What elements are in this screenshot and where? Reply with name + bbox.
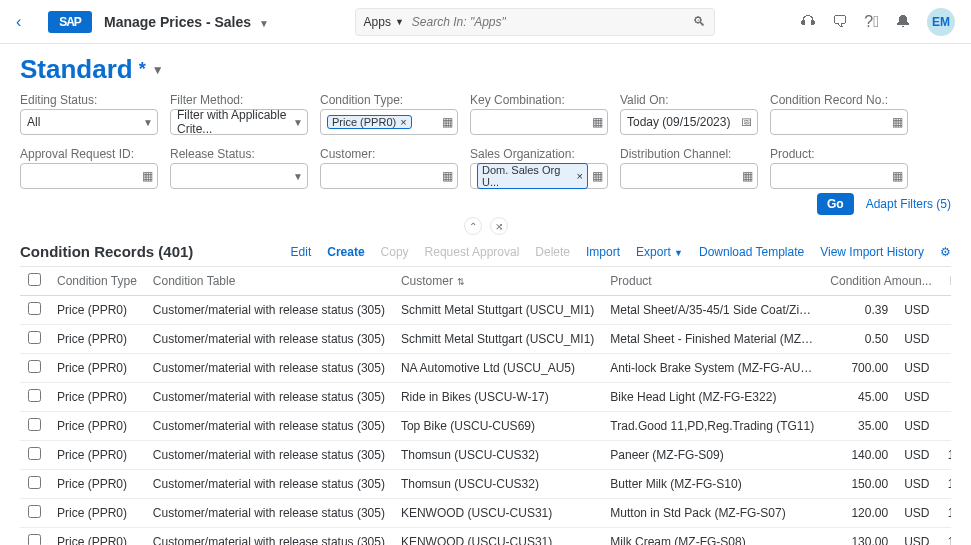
value-help-icon[interactable]: ▦ xyxy=(892,115,903,129)
column-customer-label: Customer xyxy=(401,274,453,288)
cell-pricing-qty: 1.000 xyxy=(940,528,951,546)
pin-header-icon[interactable]: ⤨ xyxy=(490,217,508,235)
shell-search[interactable]: Apps ▼ 🔍︎ xyxy=(355,8,715,36)
token-text: Dom. Sales Org U... xyxy=(482,164,573,188)
table-row[interactable]: Price (PPR0)Customer/material with relea… xyxy=(20,383,951,412)
cell-product: Bike Head Light (MZ-FG-E322) xyxy=(602,383,822,412)
search-input[interactable] xyxy=(412,15,685,29)
column-condition-amount[interactable]: Condition Amoun... xyxy=(822,267,939,296)
cell-currency: USD xyxy=(896,354,940,383)
column-pricing-unit[interactable]: Pricing Unit xyxy=(940,267,951,296)
release-status-select[interactable]: ▼ xyxy=(170,163,308,189)
bell-icon[interactable]: 🔔︎ xyxy=(895,13,911,31)
cell-customer: KENWOOD (USCU-CUS31) xyxy=(393,528,602,546)
value-help-icon[interactable]: ▦ xyxy=(442,169,453,183)
export-label: Export xyxy=(636,245,671,259)
column-product[interactable]: Product xyxy=(602,267,822,296)
table-row[interactable]: Price (PPR0)Customer/material with relea… xyxy=(20,499,951,528)
cell-condition-table: Customer/material with release status (3… xyxy=(145,441,393,470)
cell-currency: USD xyxy=(896,412,940,441)
search-scope-button[interactable]: Apps ▼ xyxy=(364,15,404,29)
filter-bar: Editing Status: All ▼ Filter Method: Fil… xyxy=(0,89,971,189)
cell-pricing-qty: 1.000 xyxy=(940,499,951,528)
table-row[interactable]: Price (PPR0)Customer/material with relea… xyxy=(20,528,951,546)
column-select-all[interactable] xyxy=(20,267,49,296)
close-icon[interactable]: × xyxy=(400,116,406,128)
search-icon[interactable]: 🔍︎ xyxy=(693,14,706,29)
adapt-filters-link[interactable]: Adapt Filters (5) xyxy=(866,197,951,211)
table-row[interactable]: Price (PPR0)Customer/material with relea… xyxy=(20,441,951,470)
chat-icon[interactable]: 🗨︎ xyxy=(832,13,848,31)
row-checkbox[interactable] xyxy=(28,331,41,344)
filter-approval-request-id: Approval Request ID: ▦ xyxy=(20,147,158,189)
help-icon[interactable]: ?⃝ xyxy=(864,13,879,31)
create-button[interactable]: Create xyxy=(327,245,364,259)
table-row[interactable]: Price (PPR0)Customer/material with relea… xyxy=(20,296,951,325)
avatar[interactable]: EM xyxy=(927,8,955,36)
row-checkbox[interactable] xyxy=(28,360,41,373)
back-icon[interactable]: ‹ xyxy=(16,13,36,31)
collapse-header-icon[interactable]: ⌃ xyxy=(464,217,482,235)
gear-icon[interactable]: ⚙ xyxy=(940,245,951,259)
condition-type-input[interactable]: Price (PPR0) × ▦ xyxy=(320,109,458,135)
select-all-checkbox[interactable] xyxy=(28,273,41,286)
row-checkbox[interactable] xyxy=(28,476,41,489)
value-help-icon[interactable]: ▦ xyxy=(592,115,603,129)
condition-records-table: Condition Type Condition Table Customer⇅… xyxy=(20,267,951,545)
calendar-icon[interactable]: 📅︎ xyxy=(741,115,753,129)
row-checkbox[interactable] xyxy=(28,389,41,402)
view-import-history-button[interactable]: View Import History xyxy=(820,245,924,259)
import-button[interactable]: Import xyxy=(586,245,620,259)
cell-amount: 0.39 xyxy=(822,296,896,325)
value-help-icon[interactable]: ▦ xyxy=(142,169,153,183)
value-help-icon[interactable]: ▦ xyxy=(742,169,753,183)
column-condition-table[interactable]: Condition Table xyxy=(145,267,393,296)
condition-type-token[interactable]: Price (PPR0) × xyxy=(327,115,412,129)
cell-amount: 150.00 xyxy=(822,470,896,499)
row-checkbox[interactable] xyxy=(28,302,41,315)
filter-filter-method: Filter Method: Filter with Applicable Cr… xyxy=(170,93,308,135)
cell-condition-table: Customer/material with release status (3… xyxy=(145,296,393,325)
download-template-button[interactable]: Download Template xyxy=(699,245,804,259)
key-combination-input[interactable]: ▦ xyxy=(470,109,608,135)
valid-on-input[interactable]: Today (09/15/2023) 📅︎ xyxy=(620,109,758,135)
app-title[interactable]: Manage Prices - Sales ▼ xyxy=(104,14,269,30)
filter-method-select[interactable]: Filter with Applicable Crite... ▼ xyxy=(170,109,308,135)
table-row[interactable]: Price (PPR0)Customer/material with relea… xyxy=(20,354,951,383)
approval-request-id-input[interactable]: ▦ xyxy=(20,163,158,189)
row-checkbox[interactable] xyxy=(28,534,41,545)
edit-button[interactable]: Edit xyxy=(291,245,312,259)
filter-dist-channel: Distribution Channel: ▦ xyxy=(620,147,758,189)
row-checkbox[interactable] xyxy=(28,418,41,431)
cell-condition-table: Customer/material with release status (3… xyxy=(145,325,393,354)
editing-status-select[interactable]: All ▼ xyxy=(20,109,158,135)
table-row[interactable]: Price (PPR0)Customer/material with relea… xyxy=(20,470,951,499)
copy-button: Copy xyxy=(381,245,409,259)
cell-currency: USD xyxy=(896,325,940,354)
table-row[interactable]: Price (PPR0)Customer/material with relea… xyxy=(20,412,951,441)
condition-record-no-input[interactable]: ▦ xyxy=(770,109,908,135)
export-button[interactable]: Export ▼ xyxy=(636,245,683,259)
value-help-icon[interactable]: ▦ xyxy=(442,115,453,129)
go-button[interactable]: Go xyxy=(817,193,854,215)
cell-currency: USD xyxy=(896,296,940,325)
chevron-down-icon: ▼ xyxy=(152,63,164,77)
row-checkbox[interactable] xyxy=(28,505,41,518)
headset-icon[interactable]: 🎧︎ xyxy=(800,13,816,31)
column-customer[interactable]: Customer⇅ xyxy=(393,267,602,296)
variant-selector[interactable]: Standard* ▼ xyxy=(20,54,951,85)
table-scroll[interactable]: Condition Type Condition Table Customer⇅… xyxy=(20,266,951,545)
column-condition-type[interactable]: Condition Type xyxy=(49,267,145,296)
table-row[interactable]: Price (PPR0)Customer/material with relea… xyxy=(20,325,951,354)
sales-org-input[interactable]: Dom. Sales Org U... × ▦ xyxy=(470,163,608,189)
row-checkbox[interactable] xyxy=(28,447,41,460)
product-input[interactable]: ▦ xyxy=(770,163,908,189)
customer-input[interactable]: ▦ xyxy=(320,163,458,189)
dist-channel-input[interactable]: ▦ xyxy=(620,163,758,189)
value-help-icon[interactable]: ▦ xyxy=(592,169,603,183)
cell-amount: 130.00 xyxy=(822,528,896,546)
filter-label: Sales Organization: xyxy=(470,147,608,161)
sales-org-token[interactable]: Dom. Sales Org U... × xyxy=(477,163,588,189)
close-icon[interactable]: × xyxy=(577,170,583,182)
value-help-icon[interactable]: ▦ xyxy=(892,169,903,183)
